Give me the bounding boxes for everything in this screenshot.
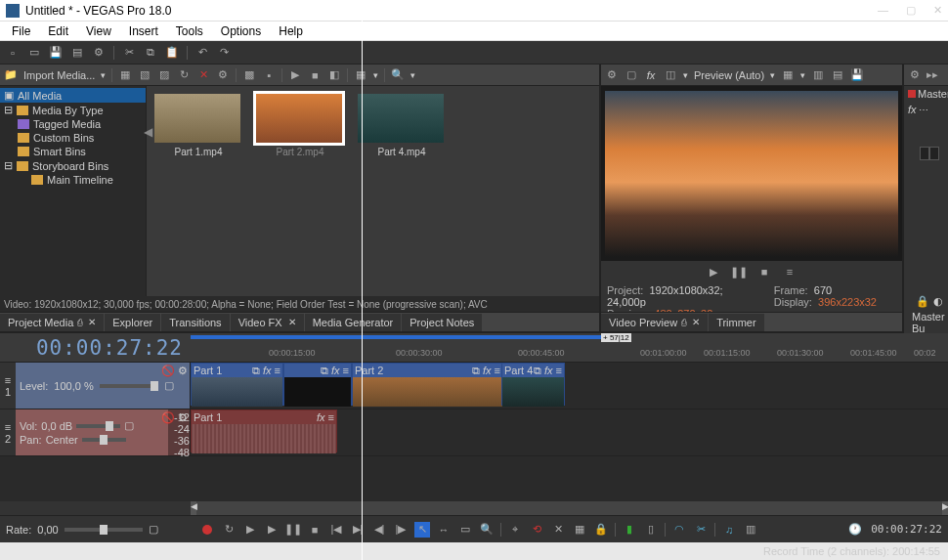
stop-icon[interactable]: ■ (308, 68, 322, 82)
envelope-button[interactable]: ◠ (671, 522, 687, 538)
output-fx-icon[interactable]: fx (644, 68, 658, 82)
time-ruler[interactable]: + 57|12 00:00:15:00 00:00:30:00 00:00:45… (191, 333, 948, 362)
external-monitor-icon[interactable]: ▢ (625, 68, 638, 82)
tab-trimmer[interactable]: Trimmer (709, 314, 764, 331)
split-button[interactable]: ✂ (693, 522, 709, 538)
paste-icon[interactable]: 📋 (165, 46, 179, 60)
render-icon[interactable]: ▤ (70, 46, 84, 60)
gear-icon[interactable]: ⚙ (908, 68, 922, 82)
track-fx-icon[interactable]: ⚙ (178, 411, 188, 424)
quantize-button[interactable]: ▦ (572, 522, 587, 538)
lock-button[interactable]: 🔒 (593, 522, 609, 538)
audio-clip-part1[interactable]: Part 1fx ≡ (191, 409, 337, 452)
scroll-left-icon[interactable]: ◀ (144, 125, 152, 139)
tree-custom-bins[interactable]: Custom Bins (0, 131, 146, 145)
tree-tagged-media[interactable]: Tagged Media (0, 117, 146, 131)
menu-edit[interactable]: Edit (40, 22, 76, 40)
maximize-button[interactable]: ▢ (906, 4, 916, 17)
split-screen-icon[interactable]: ◫ (664, 68, 677, 82)
fx-icon[interactable]: ▩ (242, 68, 256, 82)
normal-edit-tool-button[interactable]: ↖ (414, 522, 430, 538)
selection-tool-button[interactable]: ▭ (457, 522, 473, 538)
capture-icon[interactable]: ▦ (118, 68, 132, 82)
new-icon[interactable]: ▫ (6, 46, 20, 60)
get-media-icon[interactable]: ▧ (138, 68, 151, 82)
clip-part2[interactable]: Part 2⧉ fx ≡ (352, 363, 503, 406)
tree-main-timeline[interactable]: Main Timeline (0, 173, 146, 187)
tree-smart-bins[interactable]: Smart Bins (0, 145, 146, 158)
clip-part4[interactable]: Part 4⧉ fx ≡ (501, 363, 565, 406)
menu-options[interactable]: Options (213, 22, 269, 40)
stop-button[interactable]: ■ (756, 264, 772, 280)
clip-gap[interactable]: ⧉ fx ≡ (283, 363, 352, 406)
copy-snapshot-icon[interactable]: ▤ (831, 68, 844, 82)
go-end-button[interactable]: ▶| (350, 522, 366, 538)
clip-part1[interactable]: Part 1⧉ fx ≡ (191, 363, 283, 406)
rate-value[interactable]: 0,00 (37, 524, 58, 536)
pause-button[interactable]: ❚❚ (285, 522, 301, 538)
menu-insert[interactable]: Insert (121, 22, 166, 40)
menu-view[interactable]: View (78, 22, 119, 40)
play-icon[interactable]: ▶ (288, 68, 302, 82)
stop-button[interactable]: ■ (307, 522, 323, 538)
menu-file[interactable]: File (4, 22, 38, 40)
bypass-fx-icon[interactable]: 🚫 (161, 365, 175, 377)
shuffle-tool-button[interactable]: ↔ (436, 522, 452, 538)
region-button[interactable]: ▯ (643, 522, 659, 538)
pause-button[interactable]: ❚❚ (731, 264, 747, 280)
tree-all-media[interactable]: ▣All Media (0, 88, 146, 103)
save-snapshot-icon[interactable]: 💾 (850, 68, 864, 82)
tab-explorer[interactable]: Explorer (105, 314, 160, 331)
remove-icon[interactable]: ▨ (157, 68, 171, 82)
zoom-tool-button[interactable]: 🔍 (479, 522, 495, 538)
lock-icon[interactable]: 🔒 (916, 295, 929, 308)
auto-ripple-button[interactable]: ⟲ (529, 522, 544, 538)
properties-icon[interactable]: ⚙ (92, 46, 106, 60)
menu-button[interactable]: ≡ (782, 264, 797, 280)
toggle-button[interactable]: ▥ (743, 522, 758, 538)
media-thumb[interactable]: Part 2.mp4 (256, 94, 344, 157)
cut-icon[interactable]: ✂ (122, 46, 136, 60)
tag-icon[interactable]: ▪ (262, 68, 276, 82)
go-start-button[interactable]: |◀ (328, 522, 344, 538)
prev-frame-button[interactable]: ◀| (371, 522, 387, 538)
loop-button[interactable]: ↻ (221, 522, 237, 538)
undo-icon[interactable]: ↶ (195, 46, 209, 60)
tree-storyboard-bins[interactable]: ⊟Storyboard Bins (0, 158, 146, 173)
marker-button[interactable]: ▮ (622, 522, 637, 538)
tab-transitions[interactable]: Transitions (161, 314, 229, 331)
folder-icon[interactable]: 📁 (4, 68, 18, 82)
props-icon[interactable]: ⚙ (216, 68, 230, 82)
rate-slider[interactable] (65, 528, 143, 532)
next-frame-button[interactable]: |▶ (393, 522, 409, 538)
playhead[interactable] (362, 363, 363, 501)
play-button[interactable]: ▶ (706, 264, 721, 280)
dim-icon[interactable]: ◐ (933, 295, 943, 308)
save-icon[interactable]: 💾 (49, 46, 63, 60)
close-button[interactable]: ✕ (933, 4, 942, 17)
bypass-fx-icon[interactable]: 🚫 (161, 411, 175, 424)
audio-lane[interactable]: Part 1fx ≡ (191, 409, 948, 455)
tab-media-generator[interactable]: Media Generator (305, 314, 402, 331)
video-lane[interactable]: Part 1⧉ fx ≡ ⧉ fx ≡ Part 2⧉ fx ≡ Part 4⧉… (191, 363, 948, 409)
overlays-icon[interactable]: ▥ (811, 68, 825, 82)
audio-track-header[interactable]: ≡2 🚫⚙ Vol:0,0 dB ▢ Pan:Center (0, 409, 191, 455)
delete-icon[interactable]: ✕ (196, 68, 210, 82)
media-thumb[interactable]: Part 4.mp4 (358, 94, 446, 157)
preview-props-icon[interactable]: ⚙ (605, 68, 619, 82)
play-button[interactable]: ▶ (264, 522, 280, 538)
cursor-timecode[interactable]: 00:00:27:22 (36, 336, 183, 360)
redo-icon[interactable]: ↷ (217, 46, 231, 60)
auto-preview-icon[interactable]: ◧ (327, 68, 341, 82)
menu-tools[interactable]: Tools (168, 22, 211, 40)
tab-video-preview[interactable]: Video Preview⎙✕ (601, 314, 708, 331)
open-icon[interactable]: ▭ (27, 46, 41, 60)
preview-quality-dropdown[interactable]: Preview (Auto) (694, 69, 764, 81)
record-button[interactable] (199, 522, 215, 538)
snap-button[interactable]: ⌖ (507, 522, 523, 538)
media-thumb[interactable]: Part 1.mp4 (154, 94, 242, 157)
level-slider[interactable] (100, 384, 158, 388)
tab-project-notes[interactable]: Project Notes (402, 314, 482, 331)
search-icon[interactable]: 🔍 (391, 68, 405, 82)
menu-help[interactable]: Help (271, 22, 311, 40)
